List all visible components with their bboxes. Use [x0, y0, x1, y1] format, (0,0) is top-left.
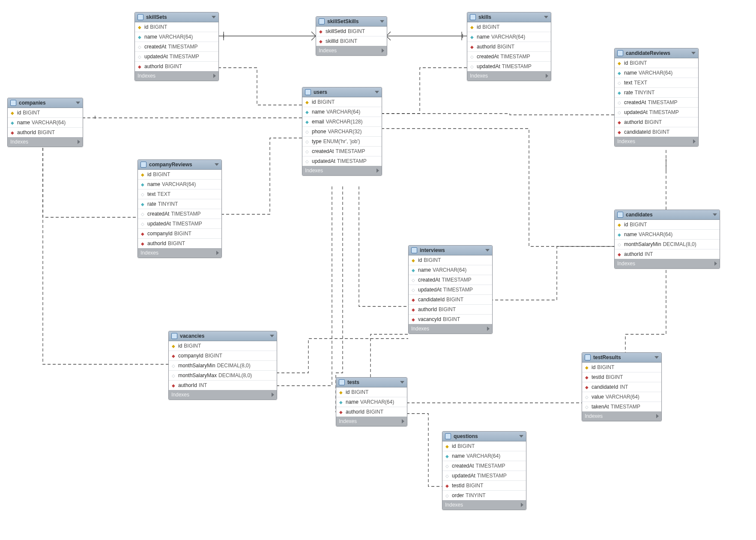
entity-header[interactable]: interviews	[409, 246, 492, 255]
indexes-section[interactable]: Indexes	[135, 71, 218, 81]
column-row[interactable]: ◇takenAtTIMESTAMP	[582, 402, 661, 411]
chevron-down-icon[interactable]	[519, 435, 523, 438]
entity-skillSetSkills[interactable]: skillSetSkills ◆skillSetIdBIGINT ◆skillI…	[316, 16, 387, 56]
column-row[interactable]: ◇updatedAtTIMESTAMP	[409, 285, 492, 295]
column-row[interactable]: ◆idBIGINT	[336, 387, 407, 397]
column-row[interactable]: ◆rateTINYINT	[615, 88, 698, 98]
entity-companyReviews[interactable]: companyReviews ◆idBIGINT ◆nameVARCHAR(64…	[137, 159, 222, 258]
column-row[interactable]: ◆testIdBIGINT	[582, 372, 661, 382]
column-row[interactable]: ◆nameVARCHAR(64)	[409, 265, 492, 275]
column-row[interactable]: ◇createdAtTIMESTAMP	[302, 147, 382, 156]
chevron-down-icon[interactable]	[654, 356, 659, 359]
column-row[interactable]: ◆authorIdBIGINT	[409, 305, 492, 315]
indexes-section[interactable]: Indexes	[316, 46, 387, 55]
column-row[interactable]: ◆candidateIdBIGINT	[409, 295, 492, 305]
column-row[interactable]: ◆companyIdBIGINT	[169, 351, 277, 361]
entity-skillSets[interactable]: skillSets ◆idBIGINT ◆nameVARCHAR(64) ◇cr…	[134, 12, 219, 81]
indexes-section[interactable]: Indexes	[336, 417, 407, 426]
column-row[interactable]: ◆authorIdINT	[615, 249, 720, 259]
indexes-section[interactable]: Indexes	[442, 500, 526, 510]
chevron-down-icon[interactable]	[270, 335, 274, 337]
column-row[interactable]: ◆emailVARCHAR(128)	[302, 117, 382, 127]
column-row[interactable]: ◆skillSetIdBIGINT	[316, 27, 387, 36]
chevron-down-icon[interactable]	[375, 91, 379, 93]
column-row[interactable]: ◆idBIGINT	[442, 441, 526, 451]
entity-header[interactable]: companyReviews	[138, 160, 221, 170]
column-row[interactable]: ◇monthSalaryMinDECIMAL(8,0)	[169, 361, 277, 371]
entity-header[interactable]: vacancies	[169, 331, 277, 341]
column-row[interactable]: ◆idBIGINT	[467, 22, 551, 32]
entity-header[interactable]: skillSets	[135, 12, 218, 22]
column-row[interactable]: ◇updatedAtTIMESTAMP	[467, 62, 551, 71]
column-row[interactable]: ◆authorIdBIGINT	[467, 42, 551, 52]
column-row[interactable]: ◆testIdBIGINT	[442, 481, 526, 491]
column-row[interactable]: ◇createdAtTIMESTAMP	[409, 275, 492, 285]
indexes-section[interactable]: Indexes	[138, 248, 221, 258]
entity-candidates[interactable]: candidates ◆idBIGINT ◆nameVARCHAR(64) ◇m…	[614, 210, 720, 269]
chevron-down-icon[interactable]	[212, 16, 216, 18]
column-row[interactable]: ◆nameVARCHAR(64)	[8, 118, 83, 128]
chevron-down-icon[interactable]	[691, 52, 696, 54]
column-row[interactable]: ◆candidateIdINT	[582, 382, 661, 392]
indexes-section[interactable]: Indexes	[615, 259, 720, 268]
entity-header[interactable]: testResults	[582, 353, 661, 363]
column-row[interactable]: ◆nameVARCHAR(64)	[467, 32, 551, 42]
entity-users[interactable]: users ◆idBIGINT ◆nameVARCHAR(64) ◆emailV…	[302, 87, 382, 176]
column-row[interactable]: ◇monthSalaryMinDECIMAL(8,0)	[615, 240, 720, 249]
column-row[interactable]: ◆nameVARCHAR(64)	[442, 451, 526, 461]
column-row[interactable]: ◆nameVARCHAR(64)	[138, 180, 221, 189]
column-row[interactable]: ◇updatedAtTIMESTAMP	[442, 471, 526, 481]
column-row[interactable]: ◇updatedAtTIMESTAMP	[615, 108, 698, 117]
column-row[interactable]: ◆idBIGINT	[135, 22, 218, 32]
entity-companies[interactable]: companies ◆idBIGINT ◆nameVARCHAR(64) ◆au…	[7, 98, 83, 147]
column-row[interactable]: ◆idBIGINT	[138, 170, 221, 180]
column-row[interactable]: ◆nameVARCHAR(64)	[615, 230, 720, 240]
indexes-section[interactable]: Indexes	[467, 71, 551, 81]
column-row[interactable]: ◆authorIdBIGINT	[135, 62, 218, 71]
column-row[interactable]: ◇updatedAtTIMESTAMP	[138, 219, 221, 229]
column-row[interactable]: ◇textTEXT	[615, 78, 698, 88]
entity-header[interactable]: users	[302, 87, 382, 97]
column-row[interactable]: ◆authorIdBIGINT	[138, 239, 221, 248]
column-row[interactable]: ◆skillIdBIGINT	[316, 36, 387, 46]
chevron-down-icon[interactable]	[215, 163, 219, 166]
column-row[interactable]: ◆authorIdBIGINT	[615, 117, 698, 127]
column-row[interactable]: ◆companyIdBIGINT	[138, 229, 221, 239]
chevron-down-icon[interactable]	[713, 213, 717, 216]
entity-tests[interactable]: tests ◆idBIGINT ◆nameVARCHAR(64) ◆author…	[336, 377, 407, 426]
column-row[interactable]: ◇textTEXT	[138, 189, 221, 199]
indexes-section[interactable]: Indexes	[615, 137, 698, 146]
indexes-section[interactable]: Indexes	[582, 411, 661, 421]
entity-interviews[interactable]: interviews ◆idBIGINT ◆nameVARCHAR(64) ◇c…	[408, 245, 493, 334]
column-row[interactable]: ◆authorIdBIGINT	[336, 407, 407, 417]
entity-vacancies[interactable]: vacancies ◆idBIGINT ◆companyIdBIGINT ◇mo…	[168, 331, 277, 400]
entity-candidateReviews[interactable]: candidateReviews ◆idBIGINT ◆nameVARCHAR(…	[614, 48, 699, 147]
indexes-section[interactable]: Indexes	[409, 324, 492, 333]
column-row[interactable]: ◆idBIGINT	[302, 97, 382, 107]
entity-skills[interactable]: skills ◆idBIGINT ◆nameVARCHAR(64) ◆autho…	[467, 12, 551, 81]
indexes-section[interactable]: Indexes	[169, 390, 277, 399]
column-row[interactable]: ◇createdAtTIMESTAMP	[135, 42, 218, 52]
entity-header[interactable]: companies	[8, 98, 83, 108]
column-row[interactable]: ◆rateTINYINT	[138, 199, 221, 209]
column-row[interactable]: ◆idBIGINT	[615, 220, 720, 230]
column-row[interactable]: ◆authorIdINT	[169, 381, 277, 390]
column-row[interactable]: ◇createdAtTIMESTAMP	[442, 461, 526, 471]
column-row[interactable]: ◇updatedAtTIMESTAMP	[135, 52, 218, 62]
column-row[interactable]: ◆idBIGINT	[8, 108, 83, 118]
entity-testResults[interactable]: testResults ◆idBIGINT ◆testIdBIGINT ◆can…	[582, 352, 662, 421]
column-row[interactable]: ◆nameVARCHAR(64)	[135, 32, 218, 42]
indexes-section[interactable]: Indexes	[8, 137, 83, 147]
column-row[interactable]: ◆authorIdBIGINT	[8, 128, 83, 137]
chevron-down-icon[interactable]	[400, 381, 404, 384]
column-row[interactable]: ◇createdAtTIMESTAMP	[138, 209, 221, 219]
chevron-down-icon[interactable]	[380, 20, 384, 23]
column-row[interactable]: ◇valueVARCHAR(64)	[582, 392, 661, 402]
column-row[interactable]: ◇orderTINYINT	[442, 491, 526, 500]
entity-questions[interactable]: questions ◆idBIGINT ◆nameVARCHAR(64) ◇cr…	[442, 431, 526, 510]
entity-header[interactable]: tests	[336, 378, 407, 387]
column-row[interactable]: ◇monthSalaryMaxDECIMAL(8,0)	[169, 371, 277, 381]
column-row[interactable]: ◆idBIGINT	[409, 255, 492, 265]
column-row[interactable]: ◆vacancyIdBIGINT	[409, 315, 492, 324]
chevron-down-icon[interactable]	[485, 249, 490, 252]
